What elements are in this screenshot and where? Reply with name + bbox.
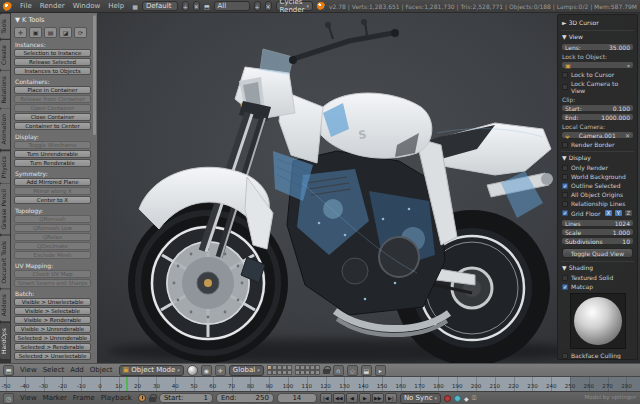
shelf-button-smart-seams-and-sharps[interactable]: Smart Seams and Sharps: [14, 279, 91, 287]
sync-mode-selector[interactable]: No Sync ▾: [400, 393, 441, 404]
field-subdivisions[interactable]: Subdivisions10: [561, 237, 634, 245]
jump-end-button[interactable]: ▶|: [385, 393, 397, 403]
shelf-button-add-mirrored-plane[interactable]: Add Mirrored Plane: [14, 178, 91, 186]
cursor-panel-header[interactable]: ► 3D Cursor: [561, 17, 634, 28]
menu-window[interactable]: Window: [69, 1, 105, 11]
current-frame-marker[interactable]: [126, 377, 128, 391]
shelf-tab-addons[interactable]: Addons: [0, 289, 10, 321]
tool-panel-title[interactable]: ▼ K Tools: [14, 15, 91, 26]
menu-render[interactable]: Render: [36, 1, 69, 11]
field-scale[interactable]: Scale1.000: [561, 228, 634, 236]
shelf-button-close-container[interactable]: Close Container: [14, 113, 91, 121]
eraser-icon[interactable]: ◪: [59, 27, 72, 38]
timeline-editor-icon[interactable]: ◷: [3, 393, 14, 404]
checkbox-render-border[interactable]: [562, 142, 568, 148]
shelf-button-qrelax[interactable]: QRelax: [14, 233, 91, 241]
axis-toggle-y[interactable]: Y: [614, 209, 623, 217]
layout-delete-button[interactable]: ✕: [193, 1, 200, 11]
lock-object-field[interactable]: ▣ ▾: [561, 61, 634, 69]
shelf-button-instances-to-objects[interactable]: Instances to Objects: [14, 67, 91, 75]
auto-keyframe-icon[interactable]: ◆: [464, 395, 469, 402]
clear-x-icon[interactable]: ✕: [625, 132, 630, 139]
shelf-tab-animation[interactable]: Animation: [0, 109, 10, 150]
editor-type-icon[interactable]: ⬒: [3, 365, 14, 376]
grid-floor-checkbox[interactable]: ✓: [562, 210, 568, 216]
checkbox-all-object-origins[interactable]: [562, 192, 568, 198]
toggle-quad-view-button[interactable]: Toggle Quad View: [562, 248, 633, 258]
layer-cell[interactable]: [315, 370, 320, 375]
screen-layout-icon[interactable]: ▦: [132, 3, 138, 10]
shelf-button-qdecimate[interactable]: QDecimate: [14, 242, 91, 250]
shelf-tab-oscurart-tools[interactable]: Oscurart Tools: [0, 236, 10, 289]
scene-delete-button[interactable]: ✕: [265, 1, 272, 11]
matcap-preview[interactable]: [570, 293, 626, 349]
shelf-button-selected-renderable[interactable]: Selected > Renderable: [14, 343, 91, 351]
screen-layout-selector[interactable]: Default: [142, 1, 178, 11]
shelf-button-visible-unrenderable[interactable]: Visible > Unrenderable: [14, 325, 91, 333]
checkbox-textured-solid[interactable]: [562, 275, 568, 281]
timeline-menu-playback[interactable]: Playback: [98, 393, 135, 403]
menu-file[interactable]: File: [16, 1, 36, 11]
shelf-button-turn-renderable[interactable]: Turn Renderable: [14, 159, 91, 167]
field-lines[interactable]: Lines1024: [561, 219, 634, 227]
viewport-menu-add[interactable]: Add: [67, 365, 87, 375]
lens-slider[interactable]: Lens: 35.000: [561, 43, 634, 51]
scene-icon[interactable]: ⬒: [204, 3, 210, 10]
frame-start-field[interactable]: Start: 1: [159, 393, 213, 403]
transform-orientation-selector[interactable]: Global ▾: [229, 365, 264, 376]
checkbox-lock-to-cursor[interactable]: [562, 72, 568, 78]
shelf-tab-grease-pencil[interactable]: Grease Pencil: [0, 184, 10, 235]
lock-time-icon[interactable]: [149, 394, 156, 402]
checkbox-only-render[interactable]: [562, 165, 568, 171]
shelf-button-mirror-along-x[interactable]: Mirror along X: [14, 187, 91, 195]
scene-add-button[interactable]: +: [254, 1, 261, 11]
clipboard-icon[interactable]: ▤: [44, 27, 57, 38]
shelf-tab-tools[interactable]: Tools: [0, 14, 10, 39]
shelf-button-open-container[interactable]: Open Container: [14, 104, 91, 112]
pivot-point-icon[interactable]: ◉: [201, 365, 212, 376]
mode-selector[interactable]: ▣ Object Mode ▾: [119, 365, 184, 376]
viewport-shading-icon[interactable]: [187, 365, 198, 376]
grab-icon[interactable]: ✛: [14, 27, 27, 38]
camera-field[interactable]: ⬙ Camera.001 ✕: [561, 131, 634, 139]
lock-scene-icon[interactable]: [323, 366, 330, 374]
field-end[interactable]: End:1000.000: [561, 113, 634, 121]
shelf-button-qremesh-low[interactable]: QRemesh Low: [14, 224, 91, 232]
render-anim-icon[interactable]: ▸: [375, 365, 386, 376]
checkbox-backface-culling[interactable]: [562, 353, 568, 359]
checkbox-lock-camera-to-view[interactable]: [562, 84, 568, 90]
view-section-header[interactable]: ▼ View: [561, 31, 634, 42]
refresh-icon[interactable]: ⟳: [74, 27, 87, 38]
jump-start-button[interactable]: |◀: [320, 393, 332, 403]
field-start[interactable]: Start:0.100: [561, 104, 634, 112]
play-reverse-button[interactable]: ◀: [346, 393, 358, 403]
shelf-button-visible-renderable[interactable]: Visible > Renderable: [14, 316, 91, 324]
shelf-button-selected-unselectable[interactable]: Selected > Unselectable: [14, 352, 91, 360]
shelf-button-selected-unrenderable[interactable]: Selected > Unrenderable: [14, 334, 91, 342]
viewport-menu-view[interactable]: View: [17, 365, 40, 375]
layer-cell[interactable]: [267, 365, 272, 370]
preview-range-clock-icon[interactable]: [138, 394, 146, 402]
shelf-button-release-from-container[interactable]: Release from Container: [14, 95, 91, 103]
shelf-button-toggle-wireframe[interactable]: Toggle Wireframe: [14, 141, 91, 149]
shelf-button-visible-unselectable[interactable]: Visible > Unselectable: [14, 298, 91, 306]
snap-element-icon[interactable]: ◇: [347, 365, 358, 376]
timeline-menu-view[interactable]: View: [17, 393, 40, 403]
shelf-button-check-uv-map[interactable]: Check UV Map: [14, 270, 91, 278]
shelf-button-container-to-center[interactable]: Container to Center: [14, 122, 91, 130]
next-keyframe-button[interactable]: ▶▶: [372, 393, 384, 403]
current-frame-field[interactable]: 14: [277, 393, 317, 403]
axis-toggle-x[interactable]: X: [604, 209, 613, 217]
shelf-button-qremesh[interactable]: QRemesh: [14, 215, 91, 223]
shelf-tab-hardops[interactable]: HardOps: [0, 323, 10, 359]
viewport-menu-select[interactable]: Select: [40, 365, 68, 375]
menu-help[interactable]: Help: [104, 1, 128, 11]
shelf-tab-relations[interactable]: Relations: [0, 71, 10, 109]
render-opengl-icon[interactable]: ⬓: [361, 365, 372, 376]
blender-logo-icon[interactable]: [3, 2, 12, 11]
checkbox-world-background[interactable]: [562, 174, 568, 180]
timeline-ruler[interactable]: -50-40-30-20-100102030405060708090100110…: [0, 377, 640, 391]
shelf-tab-create[interactable]: Create: [0, 40, 10, 70]
checkbox-matcap[interactable]: ✓: [562, 284, 568, 290]
manipulator-translate-icon[interactable]: ✛: [215, 365, 226, 376]
